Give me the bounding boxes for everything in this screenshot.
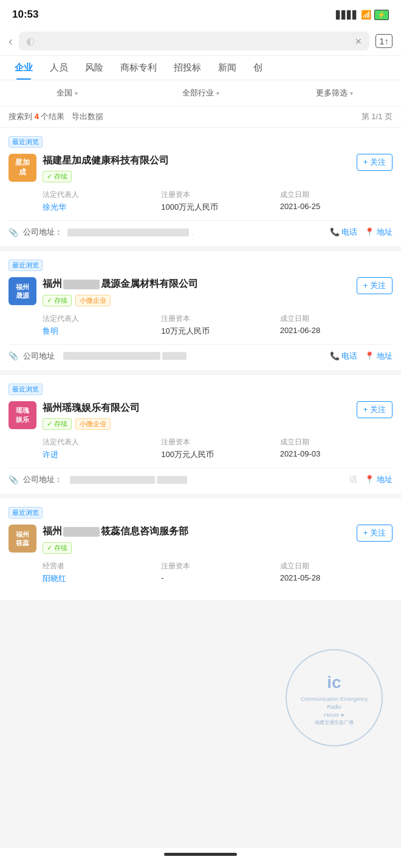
tab-news[interactable]: 新闻: [210, 56, 245, 80]
result-info-bar: 搜索到 4 个结果 导出数据 第 1/1 页: [0, 106, 401, 128]
watermark-text-3: FM100 ★: [301, 712, 368, 719]
address-label-2: 公司地址: [23, 351, 55, 362]
back-button[interactable]: ‹: [9, 34, 13, 48]
filter-industry[interactable]: 全部行业 ▾: [134, 85, 267, 101]
recent-browse-label-1: 最近浏览: [9, 136, 43, 148]
tab-people[interactable]: 人员: [41, 56, 77, 80]
recent-browse-label-3: 最近浏览: [9, 384, 43, 395]
url-clear-button[interactable]: ✕: [355, 36, 362, 46]
capital-3: 注册资本 100万元人民币: [161, 437, 273, 460]
company-logo-1[interactable]: 星加成: [9, 154, 36, 182]
address-blurred-1: .: [67, 228, 325, 237]
tag-active-4: ✓ 存续: [43, 542, 72, 554]
follow-button-2[interactable]: + 关注: [357, 277, 392, 294]
company-header-4: 福州筱蕊 福州筱蕊信息咨询服务部 ✓ 存续 + 关注: [9, 525, 392, 553]
recent-browse-label-4: 最近浏览: [9, 507, 43, 518]
location-action-2[interactable]: 📍 地址: [365, 351, 392, 362]
phone-action-1[interactable]: 📞 电话: [330, 227, 358, 238]
company-header-2: 福州晟源 福州晟源金属材料有限公司 ✓ 存续 小微企业 + 关注: [9, 277, 392, 306]
filter-region[interactable]: 全国 ▾: [0, 85, 134, 101]
legal-rep-4: 经营者 阳晓红: [43, 561, 155, 584]
legal-rep-3: 法定代表人 许进: [43, 437, 155, 460]
legal-rep-1: 法定代表人 徐光华: [43, 190, 155, 213]
filter-industry-label: 全部行业: [182, 88, 214, 98]
capital-2: 注册资本 10万元人民币: [161, 314, 273, 337]
found-date-4: 成立日期 2021-05-28: [280, 561, 392, 584]
company-left-1: 星加成 福建星加成健康科技有限公司 ✓ 存续: [9, 154, 169, 182]
found-date-1: 成立日期 2021-06-25: [280, 190, 392, 213]
export-button[interactable]: 导出数据: [72, 112, 103, 121]
capital-4: 注册资本 -: [161, 561, 273, 584]
legal-rep-2: 法定代表人 鲁明: [43, 314, 155, 337]
paperclip-icon-2: 📎: [9, 351, 18, 360]
company-list: 最近浏览 星加成 福建星加成健康科技有限公司 ✓ 存续 + 关注 法定代表人 徐…: [0, 128, 401, 600]
address-blurred-2: [63, 352, 325, 360]
company-logo-4[interactable]: 福州筱蕊: [9, 525, 36, 553]
tab-switcher-button[interactable]: 1↑: [375, 34, 392, 48]
company-card-3: 最近浏览 瑶瑰娱乐 福州瑶瑰娱乐有限公司 ✓ 存续 小微企业 + 关注 法定代表: [0, 375, 401, 494]
result-number: 4: [35, 112, 39, 121]
company-left-2: 福州晟源 福州晟源金属材料有限公司 ✓ 存续 小微企业: [9, 277, 198, 306]
watermark-content: ic Communication Emergency Radio FM100 ★…: [301, 670, 368, 726]
watermark-text-2: Radio: [301, 703, 368, 712]
company-details-1: 法定代表人 徐光华 注册资本 1000万元人民币 成立日期 2021-06-25: [9, 190, 392, 213]
company-left-4: 福州筱蕊 福州筱蕊信息咨询服务部 ✓ 存续: [9, 525, 188, 553]
tag-active-2: ✓ 存续: [43, 295, 72, 306]
company-header-1: 星加成 福建星加成健康科技有限公司 ✓ 存续 + 关注: [9, 154, 392, 182]
address-label-3: 公司地址：: [23, 474, 63, 485]
home-indicator: [164, 853, 237, 856]
check-icon-1: ✓: [47, 173, 52, 181]
filter-region-label: 全国: [57, 88, 72, 98]
tag-small-3: 小微企业: [75, 418, 111, 430]
tab-bidding[interactable]: 招投标: [165, 56, 210, 80]
address-actions-2: 📞 电话 📍 地址: [330, 351, 392, 362]
filter-more[interactable]: 更多筛选 ▾: [267, 85, 401, 101]
tab-trademark[interactable]: 商标专利: [112, 56, 165, 80]
status-icons: ▋▋▋▋ 📶 ⚡: [336, 10, 389, 20]
company-address-3: 📎 公司地址： 话 📍 地址: [9, 467, 392, 485]
url-bar[interactable]: ◐ ✕: [19, 32, 369, 50]
paperclip-icon-1: 📎: [9, 228, 18, 237]
nav-tabs: 企业 人员 风险 商标专利 招投标 新闻 创: [0, 56, 401, 80]
company-name-1[interactable]: 福建星加成健康科技有限公司: [43, 154, 169, 167]
company-tags-2: ✓ 存续 小微企业: [43, 295, 198, 306]
found-date-3: 成立日期 2021-09-03: [280, 437, 392, 460]
company-details-3: 法定代表人 许进 注册资本 100万元人民币 成立日期 2021-09-03: [9, 437, 392, 460]
company-card-4: 最近浏览 福州筱蕊 福州筱蕊信息咨询服务部 ✓ 存续 + 关注: [0, 498, 401, 599]
company-name-3[interactable]: 福州瑶瑰娱乐有限公司: [43, 401, 140, 415]
location-action-3[interactable]: 📍 地址: [365, 474, 392, 485]
follow-button-3[interactable]: + 关注: [357, 401, 392, 418]
company-left-3: 瑶瑰娱乐 福州瑶瑰娱乐有限公司 ✓ 存续 小微企业: [9, 401, 140, 430]
phone-action-3[interactable]: 话: [349, 474, 357, 485]
company-details-2: 法定代表人 鲁明 注册资本 10万元人民币 成立日期 2021-06-28: [9, 314, 392, 337]
company-address-2: 📎 公司地址 📞 电话 📍 地址: [9, 344, 392, 362]
page-info: 第 1/1 页: [362, 111, 392, 122]
company-info-1: 福建星加成健康科技有限公司 ✓ 存续: [43, 154, 169, 182]
url-loading-icon: ◐: [26, 35, 189, 47]
paperclip-icon-3: 📎: [9, 475, 18, 484]
company-logo-3[interactable]: 瑶瑰娱乐: [9, 401, 36, 429]
tab-enterprise[interactable]: 企业: [6, 56, 41, 80]
address-actions-3: 话 📍 地址: [349, 474, 392, 485]
battery-icon: ⚡: [374, 10, 389, 20]
home-bar: [0, 848, 401, 868]
tab-risk[interactable]: 风险: [77, 56, 112, 80]
capital-1: 注册资本 1000万元人民币: [161, 190, 273, 213]
address-blurred-3: [70, 476, 344, 484]
watermark-logo: ic: [301, 670, 368, 695]
status-bar: 10:53 ▋▋▋▋ 📶 ⚡: [0, 0, 401, 27]
filter-region-arrow: ▾: [75, 90, 78, 97]
follow-button-4[interactable]: + 关注: [357, 525, 392, 542]
tab-create[interactable]: 创: [245, 56, 271, 80]
address-actions-1: 📞 电话 📍 地址: [330, 227, 392, 238]
company-logo-2[interactable]: 福州晟源: [9, 277, 36, 305]
phone-action-2[interactable]: 📞 电话: [330, 351, 358, 362]
follow-button-1[interactable]: + 关注: [357, 154, 392, 171]
result-prefix: 搜索到: [9, 112, 32, 121]
company-name-2[interactable]: 福州晟源金属材料有限公司: [43, 277, 198, 291]
company-address-1: 📎 公司地址： . 📞 电话 📍 地址: [9, 220, 392, 238]
company-name-4[interactable]: 福州筱蕊信息咨询服务部: [43, 525, 188, 538]
watermark-text-1: Communication Emergency: [301, 695, 368, 704]
tag-small-2: 小微企业: [75, 295, 111, 306]
location-action-1[interactable]: 📍 地址: [365, 227, 392, 238]
